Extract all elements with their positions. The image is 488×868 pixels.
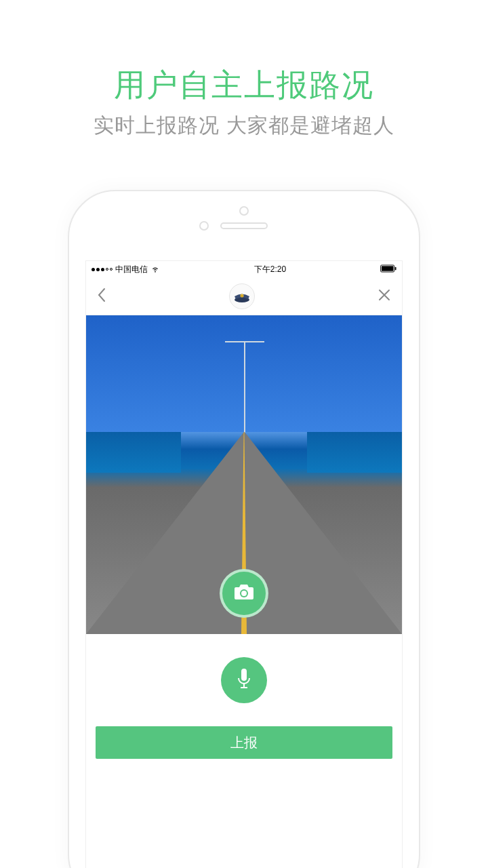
- app-header: [86, 277, 402, 315]
- phone-front-camera: [199, 221, 209, 231]
- svg-rect-1: [382, 266, 394, 271]
- photo-lightpole: [244, 341, 245, 433]
- voice-record-button[interactable]: [221, 657, 267, 703]
- wifi-icon: [150, 264, 160, 275]
- svg-rect-7: [241, 669, 247, 681]
- phone-mockup-frame: 中国电信 下午2:20: [68, 190, 420, 868]
- back-button[interactable]: [97, 288, 106, 305]
- marketing-subtitle: 实时上报路况 大家都是避堵超人: [0, 112, 488, 140]
- status-left: 中国电信: [92, 264, 160, 275]
- signal-strength-icon: [92, 268, 113, 271]
- phone-sensor: [239, 206, 249, 216]
- photo-sea-right: [307, 432, 402, 473]
- svg-point-6: [241, 591, 247, 596]
- marketing-title: 用户自主上报路况: [0, 64, 488, 106]
- svg-rect-2: [395, 267, 396, 270]
- photo-preview: [86, 315, 402, 634]
- battery-icon: [380, 264, 396, 275]
- police-cap-icon: [229, 283, 255, 309]
- status-bar: 中国电信 下午2:20: [86, 261, 402, 277]
- carrier-label: 中国电信: [115, 264, 148, 275]
- phone-speaker: [220, 222, 268, 229]
- camera-icon: [233, 583, 255, 604]
- close-button[interactable]: [378, 288, 391, 304]
- capture-photo-button[interactable]: [220, 569, 268, 618]
- microphone-icon: [236, 667, 252, 693]
- submit-button-label: 上报: [230, 734, 258, 752]
- controls-area: 上报: [86, 634, 402, 759]
- phone-screen: 中国电信 下午2:20: [85, 260, 403, 868]
- photo-sea-left: [86, 432, 181, 473]
- submit-button[interactable]: 上报: [96, 726, 392, 759]
- status-time: 下午2:20: [254, 264, 286, 275]
- marketing-header: 用户自主上报路况 实时上报路况 大家都是避堵超人: [0, 0, 488, 140]
